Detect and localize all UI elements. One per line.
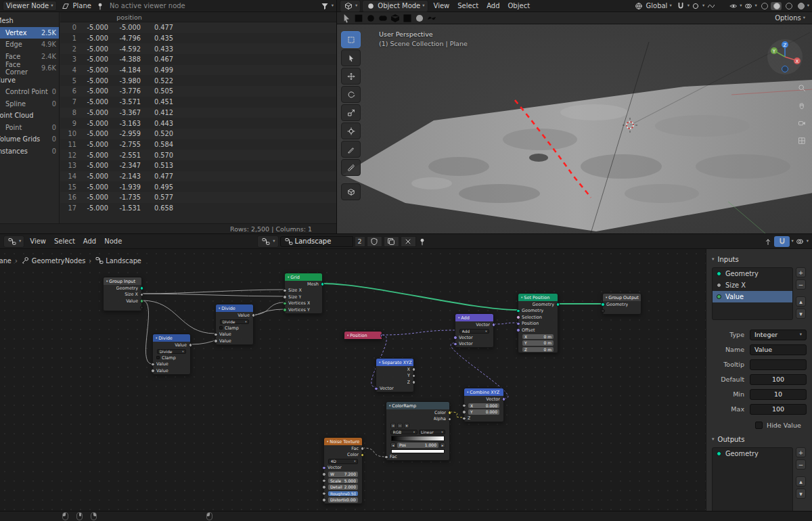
socket[interactable] — [412, 367, 416, 371]
node-field-scale[interactable]: Scale5.000 — [328, 478, 358, 484]
users-count-button[interactable]: 2 — [355, 236, 365, 247]
node-field-x[interactable]: X0 m — [522, 334, 554, 340]
socket[interactable] — [601, 302, 605, 307]
tool-scale[interactable] — [341, 104, 361, 121]
node-menu-add[interactable]: Add — [79, 237, 100, 246]
socket[interactable] — [322, 492, 326, 496]
socket[interactable] — [214, 339, 218, 343]
node-position[interactable]: ▾Position — [344, 331, 382, 340]
tool-settings-icon-7[interactable] — [414, 14, 425, 23]
node-enum-4d[interactable]: 4D▾ — [328, 459, 358, 464]
node-vector-add[interactable]: ▾AddVectorAdd▾VectorVector — [455, 313, 494, 348]
input-socket-value[interactable]: Value — [713, 291, 792, 302]
node-tree-browse-button[interactable]: ▾ — [257, 235, 278, 248]
socket[interactable] — [361, 453, 365, 457]
remove-output-button[interactable]: − — [796, 459, 806, 470]
socket[interactable] — [453, 342, 457, 346]
socket[interactable] — [189, 343, 193, 347]
domain-group-mesh[interactable]: Mesh — [0, 15, 60, 27]
node-field-roughness[interactable]: Roughness0.500 — [328, 491, 358, 497]
menu-object[interactable]: Object — [504, 1, 535, 10]
orientation-dropdown[interactable]: Global ▾ — [631, 1, 675, 12]
min-field[interactable]: 10 — [750, 389, 807, 400]
column-header-position[interactable]: position — [81, 14, 178, 21]
socket[interactable] — [492, 323, 496, 327]
options-dropdown[interactable]: Options ▾ — [772, 14, 808, 22]
breadcrumb-item-plane[interactable]: Plane — [0, 257, 12, 265]
fake-user-button[interactable] — [367, 236, 382, 247]
max-field[interactable]: 100 — [750, 404, 807, 415]
chevron-down-icon[interactable]: ▾ — [740, 3, 742, 8]
node-header[interactable]: ▾Position — [344, 332, 382, 339]
node-header[interactable]: ▾Noise Texture — [324, 438, 362, 445]
node-header[interactable]: ▾ColorRamp — [386, 402, 449, 409]
socket[interactable] — [140, 299, 144, 303]
falloff-icon[interactable] — [706, 1, 716, 11]
chevron-down-icon[interactable]: ▾ — [702, 3, 704, 8]
node-tree-name-field[interactable]: Landscape — [280, 236, 353, 247]
socket[interactable] — [462, 410, 466, 414]
colorramp-active-color[interactable] — [391, 449, 445, 453]
socket[interactable] — [462, 404, 466, 408]
socket[interactable] — [140, 293, 144, 297]
domain-item-vertex[interactable]: Vertex2.5K — [0, 27, 60, 39]
filter-icon[interactable] — [320, 1, 330, 11]
socket[interactable] — [412, 380, 416, 384]
node-canvas[interactable]: Plane›GeometryNodes›Landscape ▾Group Inp… — [0, 249, 706, 511]
socket[interactable] — [453, 336, 457, 340]
colorramp-gradient[interactable] — [391, 436, 445, 441]
socket[interactable] — [140, 306, 144, 310]
tool-settings-icon-4[interactable] — [378, 14, 388, 23]
default-field[interactable]: 100 — [750, 374, 807, 385]
output-socket-geometry[interactable]: Geometry — [713, 448, 792, 459]
tool-rotate[interactable] — [341, 86, 361, 103]
tool-settings-icon-3[interactable] — [365, 14, 376, 23]
breadcrumb-item-geometrynodes[interactable]: GeometryNodes — [32, 257, 86, 265]
node-enum-rgb[interactable]: RGB▾ — [390, 430, 418, 435]
node-header[interactable]: ▾Separate XYZ — [376, 359, 413, 366]
node-checkbox-clamp[interactable]: Clamp — [153, 355, 190, 361]
input-socket-geometry[interactable]: Geometry — [713, 268, 792, 279]
node-field-distortion[interactable]: Distortion0.000 — [328, 497, 358, 503]
socket[interactable] — [151, 369, 155, 373]
node-noise-texture[interactable]: ▾Noise TextureFacColor4D▾VectorW7.200Sca… — [323, 437, 363, 504]
chevron-down-icon[interactable]: ▾ — [754, 3, 757, 8]
tool-select-box[interactable] — [341, 31, 361, 48]
move-input-down-button[interactable]: ▾ — [796, 309, 806, 319]
add-output-button[interactable]: + — [796, 447, 806, 457]
socket[interactable] — [462, 417, 466, 421]
tool-settings-icon-2[interactable] — [353, 14, 364, 23]
tool-settings-icon-5[interactable] — [390, 14, 401, 23]
navigation-gizmo[interactable]: Z X Y — [766, 38, 804, 76]
socket[interactable] — [412, 374, 416, 378]
proportional-edit-icon[interactable] — [691, 1, 701, 11]
object-context-chip[interactable]: Plane — [58, 1, 94, 12]
tool-settings-icon-1[interactable] — [341, 14, 352, 23]
tool-add-cube[interactable] — [341, 183, 361, 200]
next-stop-button[interactable]: ▸ — [440, 443, 445, 448]
socket[interactable] — [516, 315, 520, 319]
move-output-up-button[interactable]: ▴ — [796, 476, 806, 486]
node-field-x[interactable]: X0.000 — [468, 403, 499, 409]
socket[interactable] — [448, 417, 452, 422]
socket[interactable] — [151, 363, 155, 367]
overlays-icon[interactable] — [743, 1, 753, 11]
input-socket-size-x[interactable]: Size X — [713, 279, 792, 291]
node-color-ramp[interactable]: ▾ColorRampColorAlpha+−▾RGB▾Linear▾◂Pos1.… — [386, 401, 450, 461]
node-divide-2[interactable]: ▾DivideValueDivide▾ClampValueValue — [152, 334, 191, 375]
magnifier-icon[interactable] — [796, 83, 807, 93]
breadcrumb-item-landscape[interactable]: Landscape — [106, 257, 141, 265]
hide-value-checkbox[interactable]: Hide Value — [755, 422, 807, 429]
tool-move[interactable] — [341, 68, 361, 85]
node-header[interactable]: ▾Divide — [153, 334, 190, 342]
tool-annotate[interactable] — [341, 141, 361, 158]
chevron-down-icon[interactable]: ▾ — [807, 3, 809, 8]
socket[interactable] — [322, 466, 326, 470]
prev-stop-button[interactable]: ◂ — [390, 443, 396, 448]
node-field-y[interactable]: Y0.000 — [468, 409, 499, 415]
inputs-section-header[interactable]: ▾ Inputs — [712, 253, 807, 265]
pin-icon[interactable] — [95, 1, 106, 11]
node-group-output[interactable]: ▾Group OutputGeometry — [602, 293, 641, 315]
unlink-button[interactable] — [401, 236, 416, 247]
node-separate-xyz[interactable]: ▾Separate XYZXYZVector — [376, 358, 414, 392]
